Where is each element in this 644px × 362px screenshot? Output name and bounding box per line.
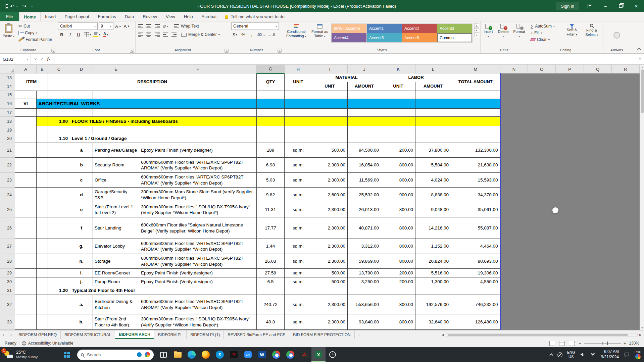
normal-view-button[interactable]: [549, 341, 555, 346]
cell-L18[interactable]: [415, 117, 451, 126]
zoom-button[interactable]: zm: [241, 347, 255, 362]
cell-M28[interactable]: 80,693.00: [451, 254, 500, 269]
format-cells-button[interactable]: Format ▾: [511, 22, 527, 39]
cell-M19[interactable]: [451, 126, 500, 134]
cell-E17[interactable]: [93, 109, 139, 117]
cell-A27[interactable]: [15, 239, 37, 254]
cell-M25[interactable]: 35,061.00: [451, 202, 500, 217]
cell-G21[interactable]: 189: [257, 143, 285, 158]
cell-style-accent6[interactable]: Accent6: [402, 33, 437, 42]
cell-A28[interactable]: [15, 254, 37, 269]
cell-M33[interactable]: 126,480.00: [451, 314, 500, 330]
cell-E32[interactable]: Bedroom/ Dining & Kitchen: [93, 295, 139, 314]
undo-dropdown-icon[interactable]: ▾: [16, 5, 18, 8]
page-layout-view-button[interactable]: [559, 341, 565, 346]
borders-button[interactable]: ▾: [83, 31, 92, 38]
addins-icon[interactable]: [613, 32, 620, 39]
cell-A24[interactable]: [15, 188, 37, 202]
cancel-entry-button[interactable]: ×: [34, 57, 37, 62]
row-header-32[interactable]: 32: [0, 295, 15, 314]
cell-L32[interactable]: 192,576.00: [415, 295, 451, 314]
cell-I18[interactable]: [312, 117, 348, 126]
row-header-22[interactable]: 22: [0, 158, 15, 173]
cell-A26[interactable]: [15, 217, 37, 239]
cell-G23[interactable]: 5.03: [257, 173, 285, 188]
cell-I33[interactable]: 2,300.00: [312, 314, 348, 330]
scroll-right-button[interactable]: ▶: [638, 333, 643, 337]
cell-E23[interactable]: Office: [93, 173, 139, 188]
cell-H23[interactable]: sq.m.: [285, 173, 312, 188]
collapse-ribbon-button[interactable]: [637, 48, 641, 52]
cell-I31[interactable]: [312, 286, 348, 295]
tell-me-box[interactable]: Tell me what you want to do: [221, 12, 288, 21]
cell-B24[interactable]: [37, 188, 48, 202]
cell-F19[interactable]: [139, 126, 257, 134]
cell-G15[interactable]: [257, 91, 285, 99]
format-painter-button[interactable]: Format Painter: [17, 37, 53, 43]
cell-M29[interactable]: 19,306.00: [451, 269, 500, 277]
column-header-M[interactable]: M: [451, 65, 500, 73]
cell-J25[interactable]: 26,013.00: [348, 202, 381, 217]
cell-E30[interactable]: Pump Room: [93, 277, 139, 286]
accounting-format-button[interactable]: $▾: [231, 31, 239, 38]
insert-cells-button[interactable]: Insert ▾: [482, 22, 495, 39]
acrobat-button[interactable]: A: [297, 347, 311, 362]
cell-A33[interactable]: [15, 314, 37, 330]
cell-B29[interactable]: [37, 269, 48, 277]
clock-app-button[interactable]: [326, 347, 340, 362]
ribbon-tab-insert[interactable]: Insert: [41, 12, 60, 21]
cell-F23[interactable]: 600mmx600mm Floor tiles "ARTE/XRC SP6PT8…: [139, 173, 257, 188]
cell-D32[interactable]: a.: [70, 295, 93, 314]
cell-M16[interactable]: [451, 99, 500, 109]
row-header-21[interactable]: 21: [0, 143, 15, 158]
weather-widget[interactable]: 1 25°C Mostly sunny: [0, 347, 59, 362]
row-header-17[interactable]: 17: [0, 109, 15, 117]
close-button[interactable]: ✕: [629, 0, 644, 12]
gallery-down-button[interactable]: ▼: [474, 28, 479, 33]
cell-A17[interactable]: [15, 109, 37, 117]
font-family-select[interactable]: Calibri▾: [58, 22, 98, 30]
cell-B25[interactable]: [37, 202, 48, 217]
cut-button[interactable]: ✂Cut: [17, 23, 53, 29]
row-header-18[interactable]: 18: [0, 117, 15, 126]
cell-I25[interactable]: 2,300.00: [312, 202, 348, 217]
column-header-I[interactable]: I: [312, 65, 348, 73]
fill-button[interactable]: ↓Fill ▾: [529, 30, 561, 36]
row-header-14[interactable]: 14: [0, 82, 15, 91]
orientation-button[interactable]: ab▾: [162, 22, 169, 30]
cell-G32[interactable]: 240.72: [257, 295, 285, 314]
cell-G26[interactable]: 17.77: [257, 217, 285, 239]
edge-button[interactable]: [185, 347, 199, 362]
ribbon-tab-view[interactable]: View: [161, 12, 180, 21]
cell-A19[interactable]: [15, 126, 37, 134]
sheet-nav-left-button[interactable]: ‹: [0, 330, 7, 339]
format-as-table-button[interactable]: Format as Table ▾: [309, 22, 330, 39]
shrink-font-button[interactable]: A▼: [123, 22, 131, 30]
cell-E27[interactable]: Elevator Lobby: [93, 239, 139, 254]
ribbon-tab-file[interactable]: File: [0, 12, 19, 21]
cell-A18[interactable]: [15, 117, 37, 126]
cell-C19[interactable]: [48, 126, 70, 134]
cell-K23[interactable]: 800.00: [381, 173, 415, 188]
cell-H27[interactable]: sq.m.: [285, 239, 312, 254]
word-button[interactable]: W: [255, 347, 269, 362]
sheet-nav-right-button[interactable]: ›: [7, 330, 15, 339]
zoom-in-button[interactable]: +: [624, 341, 626, 346]
cell-B15[interactable]: [37, 91, 48, 99]
cell-A22[interactable]: [15, 158, 37, 173]
column-header-Q[interactable]: Q: [584, 65, 612, 73]
cell-J30[interactable]: 3,250.00: [348, 277, 381, 286]
column-header-P[interactable]: P: [556, 65, 584, 73]
cell-K22[interactable]: 800.00: [381, 158, 415, 173]
cell-H31[interactable]: [285, 286, 312, 295]
sheet-tab-bidform-pl-1-[interactable]: BIDFORM PL(1): [187, 330, 224, 339]
align-middle-button[interactable]: [145, 22, 152, 30]
cell-E29[interactable]: EE Room/Genset: [93, 269, 139, 277]
row-header-26[interactable]: 26: [0, 217, 15, 239]
cell-C27[interactable]: [48, 239, 70, 254]
cell-F26[interactable]: 600x600mm Floor tiles "Saigres Natural L…: [139, 217, 257, 239]
sheet-tab-bidform-gen-req[interactable]: BIDFORM GEN.REQ: [15, 330, 61, 339]
cell-M32[interactable]: 746,232.00: [451, 295, 500, 314]
cell-M24[interactable]: 34,370.00: [451, 188, 500, 202]
cell-H24[interactable]: sq.m.: [285, 188, 312, 202]
